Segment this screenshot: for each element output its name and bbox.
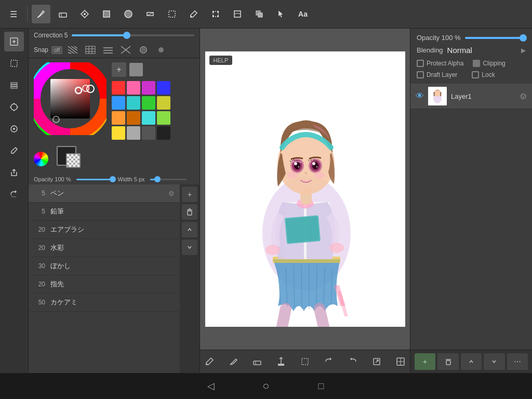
swatch-pink[interactable] [127,81,140,95]
width-slider[interactable] [150,179,187,180]
delete-layer-btn[interactable] [437,353,458,370]
export-canvas-btn[interactable] [367,352,386,371]
brush-item-airbrush[interactable]: 20 エアブラシ [29,221,180,239]
selection-transform-btn[interactable] [206,5,225,23]
new-canvas-btn[interactable] [4,32,24,51]
fill-color-btn[interactable] [97,5,116,23]
swatch-gold[interactable] [112,126,125,140]
svg-rect-51 [188,211,192,215]
layer-item-1[interactable]: 👁 Layer1 ⚙ [410,84,532,109]
gradient-btn[interactable] [141,5,159,23]
blending-chevron-icon[interactable]: ▶ [521,47,526,54]
brush-item-watercolor[interactable]: 20 水彩 [29,239,180,257]
swatch-silver[interactable] [127,126,140,140]
swatch-red[interactable] [112,81,125,95]
svg-rect-2 [103,11,110,17]
color-palette-icon[interactable] [34,152,48,166]
lock-checkbox[interactable]: Lock [472,71,495,78]
snap-icon-cross[interactable] [118,44,133,56]
layer-move-btn[interactable] [250,5,269,23]
recent-btn[interactable]: □ [314,379,328,393]
eyedropper-btn[interactable] [184,5,203,23]
swatch-brown[interactable] [127,111,140,125]
swatch-orange[interactable] [112,111,125,125]
snap-icon-lines[interactable] [101,44,115,56]
brush-item-pen[interactable]: 5 ペン ⚙ [29,184,180,203]
eraser-tool-btn[interactable] [54,5,72,23]
swatch-gray[interactable] [129,63,143,76]
draft-layer-checkbox[interactable]: Draft Layer [417,71,457,78]
select-canvas-btn[interactable] [296,352,314,371]
brush-item-blur[interactable]: 30 ぼかし [29,257,180,275]
canvas-wrapper[interactable]: HELP [200,29,410,350]
brush-item-pencil[interactable]: 5 鉛筆 [29,203,180,221]
move-layer-down-btn[interactable] [484,353,504,370]
add-swatch-btn[interactable]: + [112,62,126,77]
width-label: Width 5 px [118,176,145,182]
selection-rect-btn[interactable] [163,5,181,23]
eyedropper-canvas-btn[interactable] [200,352,219,371]
brush-size: 50 [34,299,45,306]
text-btn[interactable]: Aa [294,5,312,23]
layers-btn[interactable] [4,75,24,95]
swatch-lime[interactable] [157,111,170,125]
clipping-checkbox[interactable]: Clipping [473,60,505,67]
layer-visibility-icon[interactable]: 👁 [416,91,424,101]
home-btn[interactable]: ○ [259,379,273,393]
layer-more-btn[interactable]: ⋯ [507,353,528,370]
snap-icon-hatching[interactable] [65,44,80,56]
brush-settings-icon[interactable]: ⚙ [168,190,175,197]
redo-canvas-btn[interactable] [343,352,362,371]
pen-tool-btn[interactable] [32,5,50,23]
brush-settings-btn[interactable] [4,97,24,117]
brush-size: 5 [34,190,45,197]
color-wheel[interactable] [34,62,107,135]
add-layer-btn[interactable]: + [415,353,435,370]
pointer-btn[interactable] [272,5,290,23]
help-badge[interactable]: HELP [209,56,233,65]
swatch-cyan[interactable] [142,111,155,125]
snap-icon-dot[interactable] [154,44,168,56]
layer-opacity-slider[interactable] [465,37,526,39]
menu-icon[interactable]: ☰ [4,5,23,23]
swatch-teal[interactable] [127,96,140,110]
move-up-btn[interactable] [182,222,197,237]
swatch-darkgray[interactable] [142,126,155,140]
layer-settings-icon[interactable]: ⚙ [520,91,527,101]
back-btn[interactable]: ◁ [204,379,218,393]
grid-canvas-btn[interactable] [391,352,410,371]
correction-slider[interactable] [72,34,194,36]
protect-alpha-checkbox[interactable]: Protect Alpha [417,60,463,67]
swatch-black[interactable] [157,126,170,140]
brush-item-hatch[interactable]: 50 カケアミ [29,294,180,312]
fill-canvas-btn[interactable] [272,352,290,371]
warp-btn[interactable] [228,5,247,23]
opacity-slider[interactable] [76,179,113,180]
color-picker-btn[interactable] [4,119,24,139]
swatch-yellow[interactable] [157,96,170,110]
undo-left-btn[interactable] [4,184,24,204]
bg-color[interactable] [66,153,81,168]
swatch-purple[interactable] [142,81,155,95]
eraser-canvas-btn[interactable] [248,352,267,371]
swatch-blue[interactable] [157,81,170,95]
share-btn[interactable] [4,163,24,182]
swatch-lightblue[interactable] [112,96,125,110]
undo-canvas-btn[interactable] [320,352,338,371]
selection-btn[interactable] [4,54,24,73]
svg-rect-12 [217,16,219,17]
move-down-btn[interactable] [182,240,197,255]
brush-item-finger[interactable]: 20 指先 [29,275,180,294]
snap-icon-circle[interactable] [136,44,151,56]
swatch-green[interactable] [142,96,155,110]
transform-tool-btn[interactable] [75,5,94,23]
delete-brush-btn[interactable] [182,204,197,220]
pen-canvas-btn[interactable] [224,352,243,371]
eyedropper-left-btn[interactable] [4,141,24,161]
svg-rect-19 [11,85,17,86]
snap-off-btn[interactable]: off [51,46,62,54]
move-layer-up-btn[interactable] [461,353,482,370]
snap-icon-grid[interactable] [83,44,98,56]
add-brush-btn[interactable]: + [182,187,197,202]
fill-btn[interactable] [119,5,138,23]
